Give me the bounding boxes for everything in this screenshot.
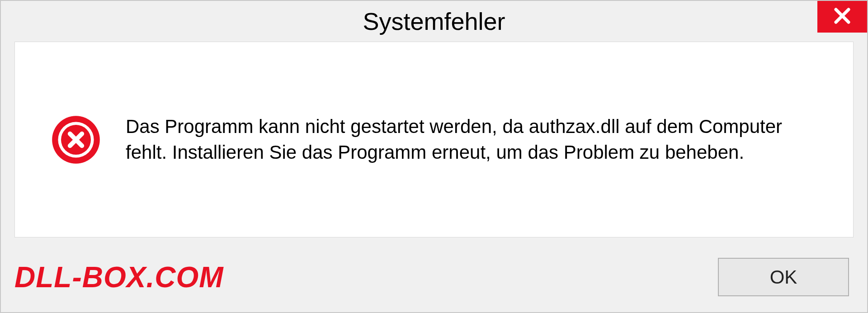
- error-dialog: Systemfehler Das Programm kann nicht ges…: [0, 0, 868, 313]
- dialog-title: Systemfehler: [363, 7, 505, 35]
- error-icon: [51, 115, 101, 165]
- close-button[interactable]: [817, 1, 867, 33]
- error-message: Das Programm kann nicht gestartet werden…: [126, 114, 826, 165]
- ok-button[interactable]: OK: [718, 258, 849, 296]
- titlebar: Systemfehler: [1, 1, 867, 42]
- close-icon: [833, 6, 852, 27]
- watermark-text: DLL-BOX.COM: [14, 261, 224, 294]
- content-panel: Das Programm kann nicht gestartet werden…: [14, 42, 854, 237]
- dialog-footer: DLL-BOX.COM OK: [1, 242, 867, 312]
